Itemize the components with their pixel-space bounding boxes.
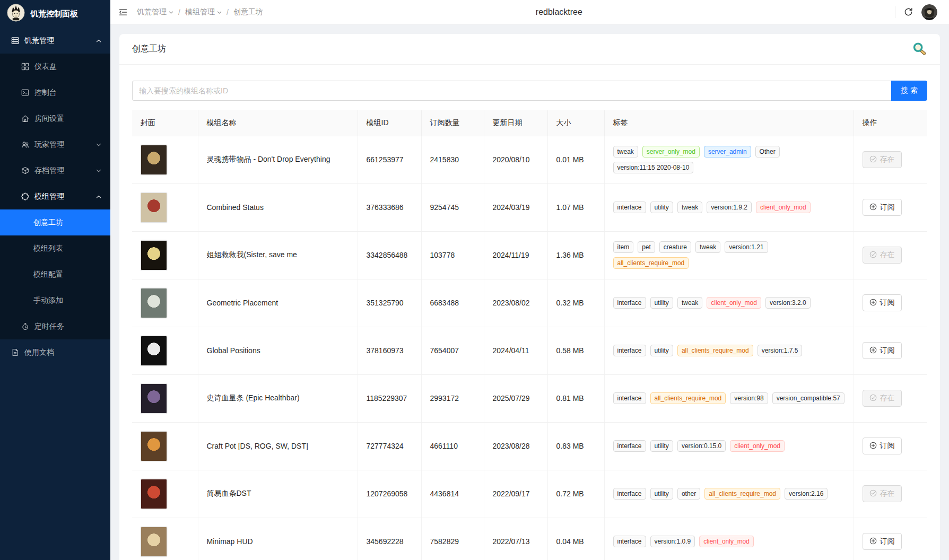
tag: client_only_mod (756, 202, 811, 213)
subscription-count: 7654007 (421, 327, 484, 374)
tags-cell: itempetcreaturetweakversion:1.21all_clie… (604, 231, 854, 279)
tag: version:1.7.5 (758, 345, 803, 356)
archive-icon (21, 167, 30, 175)
tag: version:1.0.9 (650, 536, 695, 547)
subscribe-button[interactable]: 订阅 (863, 294, 902, 311)
tag: interface (613, 392, 646, 404)
mod-id: 1207269058 (358, 470, 421, 518)
table-row: Global Positions37816097376540072024/04/… (132, 327, 927, 374)
tag: version:11:15 2020-08-10 (613, 162, 694, 173)
card-header: 创意工坊 (119, 34, 940, 65)
column-header-6: 标签 (604, 110, 854, 136)
server-title: redblacktree (536, 7, 582, 17)
mod-id: 1185229307 (358, 374, 421, 422)
table-head: 封面模组名称模组ID订阅数量更新日期大小标签操作 (132, 110, 927, 136)
main-area: 饥荒管理/模组管理/创意工坊 redblacktree 创意工坊 搜 索 (110, 0, 949, 560)
sidebar-item-docs[interactable]: 使用文档 (0, 339, 110, 365)
header-divider (895, 6, 895, 18)
tag-list: interfaceutilityversion:0.15.0client_onl… (613, 440, 845, 452)
subscription-count: 6683488 (421, 279, 484, 327)
tag: tweak (613, 146, 638, 158)
sidebar-item-mod-config[interactable]: 模组配置 (0, 261, 110, 287)
home-icon (21, 115, 30, 123)
mod-name: Geometric Placement (198, 279, 358, 327)
action-button-label: 订阅 (880, 537, 895, 546)
breadcrumb-item-2[interactable]: 创意工坊 (233, 7, 263, 17)
subscribe-button[interactable]: 订阅 (863, 199, 902, 216)
subscribe-button[interactable]: 订阅 (863, 438, 902, 454)
file-size: 1.36 MB (547, 231, 604, 279)
sidebar-item-workshop[interactable]: 创意工坊 (0, 209, 110, 235)
subscribe-button[interactable]: 订阅 (863, 342, 902, 359)
file-size: 0.58 MB (547, 327, 604, 374)
refresh-icon[interactable] (904, 7, 913, 16)
card-title: 创意工坊 (132, 43, 166, 55)
search-magnifier-icon[interactable] (911, 41, 927, 57)
clock-icon (21, 322, 30, 331)
mod-name: Combined Status (198, 183, 358, 231)
tag: client_only_mod (730, 440, 785, 452)
cover-cell (132, 327, 198, 374)
action-button-label: 存在 (880, 155, 895, 164)
check-circle-icon (869, 155, 877, 164)
workshop-card: 创意工坊 搜 索 封面模组名称模组ID订阅数量更新日期大小标签操作 灵魂携带物品… (119, 34, 940, 560)
sidebar-item-save-management[interactable]: 存档管理 (0, 158, 110, 183)
action-cell: 订阅 (854, 422, 927, 470)
chevron-down-icon (96, 142, 101, 147)
sidebar-item-manual-add[interactable]: 手动添加 (0, 287, 110, 313)
cover-cell (132, 470, 198, 518)
column-header-7: 操作 (854, 110, 927, 136)
action-button-label: 订阅 (880, 346, 895, 355)
menu-fold-icon[interactable] (119, 8, 127, 16)
sidebar-logo: 饥荒控制面板 (0, 0, 110, 28)
file-size: 1.07 MB (547, 183, 604, 231)
breadcrumb-item-1[interactable]: 模组管理 (185, 7, 222, 17)
breadcrumb-separator: / (227, 8, 229, 16)
user-avatar[interactable] (921, 4, 937, 20)
sidebar-item-scheduled-tasks[interactable]: 定时任务 (0, 313, 110, 339)
breadcrumb: 饥荒管理/模组管理/创意工坊 (137, 7, 263, 17)
mod-name: 简易血条DST (198, 470, 358, 518)
tag: tweak (695, 241, 720, 253)
table-row: 灵魂携带物品 - Don't Drop Everything6612539772… (132, 136, 927, 183)
plus-circle-icon (869, 299, 877, 308)
action-cell: 存在 (854, 231, 927, 279)
sidebar-item-mod-management[interactable]: 模组管理 (0, 183, 110, 209)
tags-cell: interfaceutilityotherall_clients_require… (604, 470, 854, 518)
tag: creature (659, 241, 691, 253)
sidebar-item-label: 定时任务 (34, 322, 64, 331)
sidebar-item-famine-management[interactable]: 饥荒管理 (0, 28, 110, 54)
cover-cell (132, 374, 198, 422)
server-icon (11, 37, 20, 45)
sidebar-item-player-management[interactable]: 玩家管理 (0, 132, 110, 158)
sidebar-item-label: 饥荒管理 (24, 36, 54, 46)
search-button[interactable]: 搜 索 (891, 81, 927, 101)
tag-list: itempetcreaturetweakversion:1.21all_clie… (613, 241, 845, 269)
updated-date: 2022/07/13 (484, 518, 547, 560)
tag: tweak (677, 297, 702, 309)
sidebar-item-room-settings[interactable]: 房间设置 (0, 106, 110, 132)
table-body: 灵魂携带物品 - Don't Drop Everything6612539772… (132, 136, 927, 560)
file-size: 0.81 MB (547, 374, 604, 422)
tag: client_only_mod (707, 297, 761, 309)
subscribe-button[interactable]: 订阅 (863, 533, 902, 550)
sidebar-item-console[interactable]: 控制台 (0, 80, 110, 106)
table-row: 姐姐救救我(Sister, save me3342856488103778202… (132, 231, 927, 279)
breadcrumb-label: 饥荒管理 (137, 7, 167, 17)
search-row: 搜 索 (132, 81, 927, 101)
mods-table: 封面模组名称模组ID订阅数量更新日期大小标签操作 灵魂携带物品 - Don't … (132, 110, 927, 560)
breadcrumb-item-0[interactable]: 饥荒管理 (137, 7, 173, 17)
subscription-count: 4661110 (421, 422, 484, 470)
sidebar-menu: 饥荒管理仪表盘控制台房间设置玩家管理存档管理模组管理创意工坊模组列表模组配置手动… (0, 28, 110, 560)
table-row: Craft Pot [DS, ROG, SW, DST]727774324466… (132, 422, 927, 470)
sidebar-item-dashboard[interactable]: 仪表盘 (0, 54, 110, 80)
mod-name: 姐姐救救我(Sister, save me (198, 231, 358, 279)
action-cell: 订阅 (854, 279, 927, 327)
mod-cover-image (141, 479, 167, 509)
sidebar-item-label: 模组列表 (33, 244, 63, 253)
plus-circle-icon (869, 442, 877, 451)
search-input[interactable] (132, 81, 891, 101)
exists-button: 存在 (863, 247, 902, 264)
sidebar-item-mod-list[interactable]: 模组列表 (0, 235, 110, 261)
tag: all_clients_require_mod (650, 392, 726, 404)
